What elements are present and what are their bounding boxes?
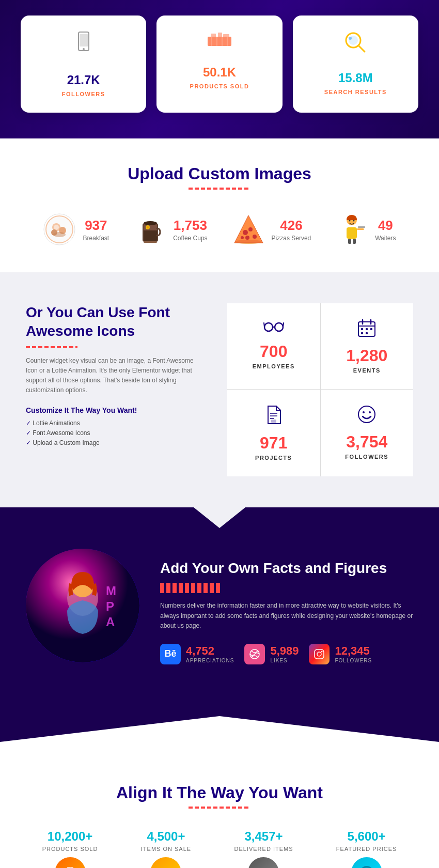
svg-rect-39 [348, 239, 351, 244]
svg-point-62 [369, 411, 371, 413]
delivered-items-item: 3,457+ Delivered Items [234, 829, 293, 868]
svg-rect-28 [144, 241, 157, 243]
white-triangle-shape [0, 716, 439, 742]
svg-text:M: M [106, 584, 116, 598]
dark-content: M P A Add Your Own Facts and Figures Num… [0, 528, 439, 685]
svg-point-44 [353, 220, 355, 222]
pizza-label: Pizzas Served [272, 235, 311, 242]
svg-rect-40 [353, 239, 356, 244]
coffee-text: 1,753 Coffee Cups [173, 218, 208, 242]
coffee-icon [133, 213, 167, 246]
products-sold-label: Products Sold [42, 846, 98, 852]
products-label: PRODUCTS SOLD [177, 83, 261, 89]
employees-num: 700 [238, 342, 310, 361]
instagram-item: 12,345 Followers [309, 644, 372, 664]
dark-text-panel: Add Your Own Facts and Figures Numbers d… [160, 549, 413, 664]
items-on-sale-icon: SALE [150, 857, 181, 868]
file-icon [238, 405, 310, 428]
products-sold-num: 10,200+ [42, 829, 98, 844]
dark-section: M P A Add Your Own Facts and Figures Num… [0, 507, 439, 716]
svg-rect-42 [358, 226, 365, 228]
title-underline [189, 188, 250, 190]
breakfast-label: Breakfast [83, 235, 109, 242]
breakfast-item: 937 Breakfast [43, 213, 109, 246]
waiters-label: Waiters [375, 235, 396, 242]
products-card: 50.1K PRODUCTS SOLD [156, 16, 282, 113]
followers-label: FOLLOWERS [41, 91, 126, 97]
featured-prices-label: Featured Prices [336, 846, 397, 852]
pizza-num: 426 [272, 218, 311, 234]
fa-heading: Or You Can Use Font Awesome Icons [26, 303, 207, 341]
fa-stats-grid: 700 EMPLOYEES 1,280 EVENTS [227, 303, 413, 476]
fa-description: Counter widget key visual can be an imag… [26, 356, 207, 396]
dribbble-label: Likes [270, 658, 299, 663]
featured-prices-item: 5,600+ Featured Prices $ [336, 829, 397, 868]
fontawesome-section: Or You Can Use Font Awesome Icons Counte… [0, 272, 439, 507]
products-number: 50.1K [177, 59, 261, 81]
svg-point-45 [264, 323, 273, 331]
svg-point-27 [147, 226, 149, 228]
followers-fa-label: FOLLOWERS [331, 454, 403, 460]
instagram-label: Followers [335, 658, 372, 663]
svg-rect-6 [223, 34, 229, 38]
items-on-sale-item: 4,500+ Items on Sale SALE [141, 829, 191, 868]
upload-title: Upload Custom Images [31, 164, 408, 183]
events-stat: 1,280 EVENTS [321, 303, 414, 389]
align-stats-row: 10,200+ Products Sold 4,500+ Items on Sa… [21, 829, 418, 868]
dribbble-icon [244, 644, 265, 664]
svg-point-34 [241, 236, 244, 239]
followers-fa-stat: 3,754 FOLLOWERS [321, 390, 414, 476]
feature-item-2: Font Awesome Icons [26, 429, 207, 437]
search-number: 15.8M [313, 65, 398, 87]
svg-rect-70 [315, 649, 324, 659]
instagram-icon [309, 644, 330, 664]
coffee-num: 1,753 [173, 218, 208, 234]
coffee-item: 1,753 Coffee Cups [133, 213, 208, 246]
breakfast-text: 937 Breakfast [83, 218, 109, 242]
svg-line-13 [358, 45, 365, 52]
svg-rect-3 [208, 37, 231, 46]
feature-item-1: Lottie Animations [26, 420, 207, 427]
search-icon [313, 31, 398, 58]
featured-prices-num: 5,600+ [336, 829, 397, 844]
svg-point-35 [253, 235, 257, 239]
followers-fa-num: 3,754 [331, 432, 403, 452]
svg-point-43 [349, 220, 351, 222]
svg-point-33 [245, 236, 249, 240]
search-label: SEARCH RESULTS [313, 89, 398, 95]
product-icon [177, 31, 261, 53]
pizza-icon [232, 213, 265, 246]
employees-label: EMPLOYEES [238, 363, 310, 369]
svg-rect-51 [361, 328, 363, 330]
dark-heading: Add Your Own Facts and Figures [160, 559, 413, 578]
fa-customize-heading: Customize It The Way You Want! [26, 406, 207, 414]
svg-rect-55 [366, 332, 368, 334]
delivered-items-label: Delivered Items [234, 846, 293, 852]
svg-point-61 [363, 411, 365, 413]
dark-triangle [194, 507, 245, 528]
employees-stat: 700 EMPLOYEES [227, 303, 320, 389]
svg-text:P: P [106, 599, 114, 613]
dribbble-num: 5,989 [270, 644, 299, 658]
svg-rect-24 [144, 230, 157, 241]
svg-point-21 [53, 232, 66, 237]
dark-description: Numbers deliver the information faster a… [160, 601, 413, 631]
svg-rect-59 [271, 420, 276, 423]
align-heading: Align It The Way You Want [21, 783, 418, 802]
svg-point-2 [83, 48, 85, 50]
align-underline [189, 807, 250, 809]
svg-point-31 [243, 230, 248, 235]
search-card: 15.8M SEARCH RESULTS [293, 16, 418, 113]
calendar-icon [331, 319, 403, 341]
transition-section [0, 716, 439, 742]
items-on-sale-num: 4,500+ [141, 829, 191, 844]
pizza-item: 426 Pizzas Served [232, 213, 311, 246]
dribbble-item: 5,989 Likes [244, 644, 299, 664]
dribbble-stats: 5,989 Likes [270, 644, 299, 663]
followers-number: 21.7K [41, 67, 126, 89]
svg-point-46 [275, 323, 283, 331]
breakfast-num: 937 [83, 218, 109, 234]
behance-num: 4,752 [186, 644, 234, 658]
events-num: 1,280 [331, 346, 403, 365]
instagram-stats: 12,345 Followers [335, 644, 372, 663]
